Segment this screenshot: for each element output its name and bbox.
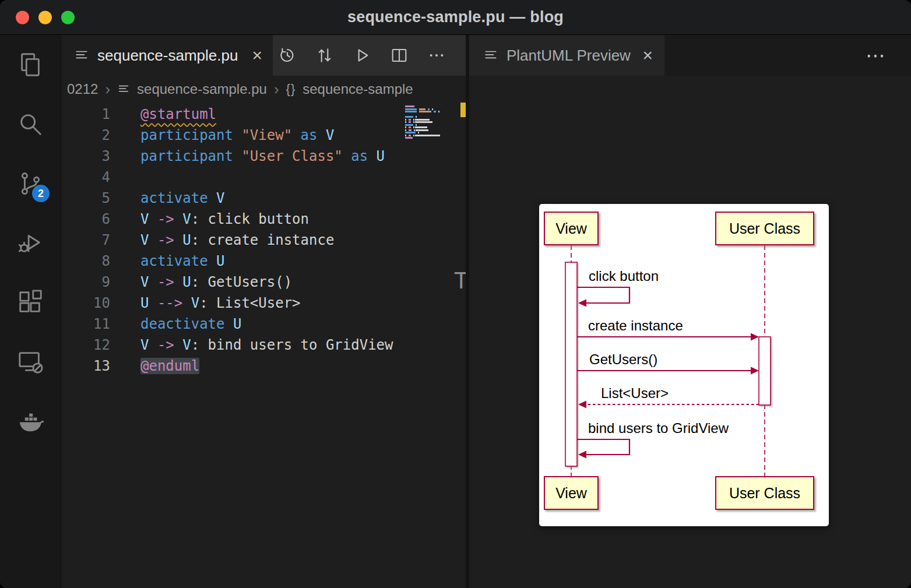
activity-bar-extensions[interactable] — [16, 288, 44, 316]
editor-tab-strip: sequence-sample.pu × — [61, 35, 466, 76]
code-line[interactable]: 4 — [61, 167, 466, 188]
code-text: @startuml — [140, 104, 216, 125]
line-number: 3 — [61, 146, 110, 167]
minimap-line — [405, 129, 452, 131]
tab-label: sequence-sample.pu — [97, 47, 241, 65]
activity-bar-remote-explorer[interactable] — [16, 348, 44, 376]
tab-plantuml-preview[interactable]: PlantUML Preview × — [469, 35, 664, 76]
close-tab-icon[interactable]: × — [640, 47, 655, 64]
split-editor-icon — [390, 46, 409, 65]
line-number: 7 — [61, 230, 110, 251]
file-icon — [483, 48, 498, 63]
run-debug-icon — [17, 230, 44, 256]
remote-explorer-icon — [17, 348, 44, 375]
code-text: deactivate U — [140, 314, 241, 335]
code-text: U --> V: List<User> — [140, 293, 301, 314]
run-button[interactable] — [352, 45, 372, 65]
close-window-button[interactable] — [16, 10, 29, 24]
search-icon — [17, 111, 44, 138]
more-actions-icon[interactable]: ⋯ — [866, 44, 885, 67]
stray-letter: T — [454, 267, 466, 294]
code-line[interactable]: 9V -> U: GetUsers() — [61, 272, 466, 293]
activity-bar-docker[interactable] — [16, 407, 44, 435]
message-list-user: List<User> — [601, 385, 669, 402]
chevron-right-icon: › — [105, 80, 110, 98]
file-icon — [117, 83, 130, 96]
titlebar: sequence-sample.pu — blog — [0, 0, 911, 35]
split-editor-button[interactable] — [389, 45, 409, 65]
code-editor[interactable]: 1@startuml2participant "View" as V3parti… — [61, 103, 466, 376]
zoom-window-button[interactable] — [61, 10, 75, 24]
line-number: 1 — [61, 104, 110, 125]
minimap-line — [405, 119, 452, 121]
code-text: participant "User Class" as U — [140, 146, 385, 167]
minimap-line — [405, 114, 452, 115]
code-line[interactable]: 7V -> U: create instance — [61, 230, 466, 251]
code-text: V -> V: click button — [140, 209, 309, 230]
line-number: 8 — [61, 251, 110, 272]
run-icon — [353, 46, 371, 65]
code-line[interactable]: 11deactivate U — [61, 314, 466, 335]
participant-view-top: View — [544, 212, 599, 245]
symbol-icon: {} — [286, 82, 296, 97]
minimap-line — [405, 126, 452, 128]
preview-content: View User Class View User Class click bu… — [469, 76, 911, 588]
breadcrumb-symbol[interactable]: sequence-sample — [303, 81, 413, 97]
minimap[interactable] — [405, 105, 452, 140]
close-tab-icon[interactable]: × — [249, 47, 265, 64]
message-create-instance: create instance — [588, 318, 683, 334]
history-button[interactable] — [277, 45, 297, 65]
code-text: activate U — [140, 251, 225, 272]
activity-bar-search[interactable] — [16, 110, 44, 138]
participant-view-bottom: View — [544, 476, 599, 510]
line-number: 13 — [61, 355, 110, 376]
file-icon — [74, 48, 89, 63]
activity-bar-source-control[interactable]: 2 — [16, 170, 44, 198]
line-number: 5 — [61, 188, 110, 209]
code-line[interactable]: 6V -> V: click button — [61, 209, 466, 230]
docker-icon — [17, 408, 44, 435]
message-click-button: click button — [589, 268, 659, 284]
tab-label: PlantUML Preview — [506, 47, 632, 65]
more-actions-button[interactable] — [427, 45, 446, 65]
activity-bar-explorer[interactable] — [16, 51, 44, 79]
code-line[interactable]: 10U --> V: List<User> — [61, 293, 466, 314]
compare-changes-button[interactable] — [315, 45, 335, 65]
activity-bar-run-debug[interactable] — [16, 229, 44, 257]
minimap-line — [405, 121, 452, 123]
plantuml-diagram: View User Class View User Class click bu… — [539, 204, 829, 526]
minimize-window-button[interactable] — [38, 10, 52, 24]
message-getusers: GetUsers() — [589, 351, 657, 368]
vscode-window: sequence-sample.pu — blog — [0, 0, 911, 588]
line-number: 2 — [61, 125, 110, 146]
line-number: 12 — [61, 335, 110, 355]
participant-userclass-top: User Class — [715, 212, 814, 245]
minimap-line — [405, 132, 452, 133]
preview-panel: PlantUML Preview × ⋯ — [469, 35, 911, 588]
workbench: 2 — [0, 35, 911, 588]
code-text: @enduml — [140, 355, 199, 376]
code-line[interactable]: 13@enduml — [61, 355, 466, 376]
code-line[interactable]: 5activate V — [61, 188, 466, 209]
code-text: participant "View" as V — [140, 125, 334, 146]
editor-actions — [273, 35, 466, 76]
tab-sequence-sample[interactable]: sequence-sample.pu × — [61, 35, 273, 76]
minimap-line — [405, 111, 452, 112]
breadcrumb-folder[interactable]: 0212 — [67, 81, 98, 97]
overview-ruler-warning-marker — [460, 103, 466, 117]
minimap-line — [405, 108, 452, 110]
breadcrumb: 0212 › sequence-sample.pu › {} sequence-… — [61, 76, 466, 103]
code-text: V -> V: bind users to GridView — [140, 335, 393, 355]
traffic-lights — [16, 10, 75, 24]
code-line[interactable]: 3participant "User Class" as U — [61, 146, 466, 167]
line-number: 6 — [61, 209, 110, 230]
activity-bar: 2 — [0, 35, 61, 588]
code-line[interactable]: 8activate U — [61, 251, 466, 272]
code-area: 1@startuml2participant "View" as V3parti… — [61, 103, 466, 588]
minimap-line — [405, 105, 452, 107]
compare-changes-icon — [315, 46, 334, 65]
breadcrumb-file[interactable]: sequence-sample.pu — [137, 81, 267, 97]
code-text: V -> U: create instance — [140, 230, 334, 251]
code-line[interactable]: 12V -> V: bind users to GridView — [61, 335, 466, 355]
source-control-badge: 2 — [32, 185, 50, 202]
